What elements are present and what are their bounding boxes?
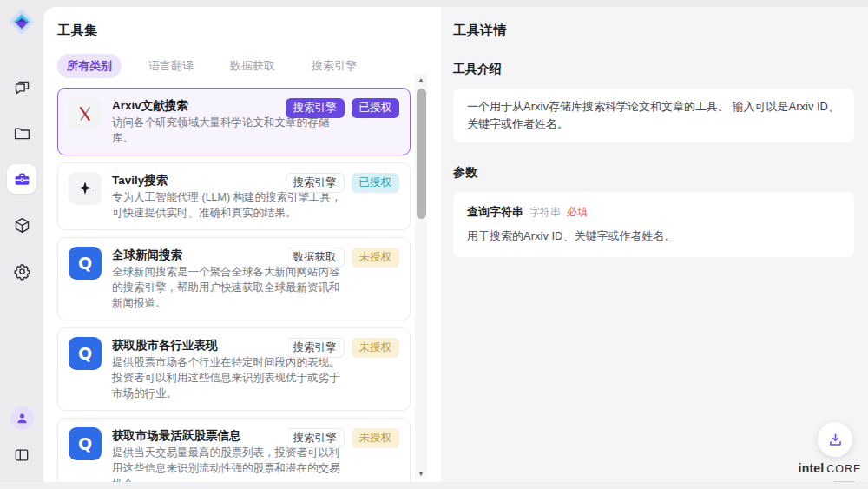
app-window: 工具集 所有类别 语言翻译 数据获取 搜索引擎 A <box>0 0 868 489</box>
list-scrollbar[interactable]: ▲ ▼ <box>415 74 427 479</box>
q-search-icon: Q <box>69 427 102 460</box>
auth-status-badge: 已授权 <box>352 98 400 118</box>
page-title: 工具集 <box>57 23 441 39</box>
scrollbar-up-arrow-icon[interactable]: ▲ <box>415 74 427 84</box>
person-icon <box>16 412 29 425</box>
chat-icon <box>13 78 31 96</box>
scrollbar-thumb[interactable] <box>417 89 426 219</box>
sidebar-item-tools[interactable] <box>7 164 36 194</box>
tool-card-list: Arxiv文献搜索 访问各个研究领域大量科学论文和文章的存储库。 搜索引擎 已授… <box>57 88 411 482</box>
collapse-panel-button[interactable] <box>7 440 36 470</box>
category-badge: 搜索引擎 <box>286 338 345 358</box>
tool-card-stock-sectors[interactable]: Q 获取股市各行业表现 提供股票市场各个行业在特定时间段内的表现。投资者可以利用… <box>57 327 411 411</box>
tool-description: 全球新闻搜索是一个聚合全球各大新闻网站内容的搜索引擎，帮助用户快速获取全球最新资… <box>112 264 348 311</box>
tool-description: 提供股票市场各个行业在特定时间段内的表现。投资者可以利用这些信息来识别表现优于或… <box>112 354 348 401</box>
app-logo-icon[interactable] <box>8 8 36 36</box>
param-type: 字符串 <box>529 203 561 221</box>
tab-language-translation[interactable]: 语言翻译 <box>139 54 203 78</box>
download-icon <box>827 432 844 448</box>
rail-bottom <box>7 406 36 470</box>
tool-detail-panel: 工具详情 工具介绍 一个用于从Arxiv存储库搜索科学论文和文章的工具。 输入可… <box>441 7 868 482</box>
tool-description: 提供当天交易量最高的股票列表，投资者可以利用这些信息来识别流动性强的股票和潜在的… <box>112 445 348 482</box>
auth-status-badge: 已授权 <box>352 173 400 193</box>
category-badge: 数据获取 <box>286 248 345 268</box>
params-heading: 参数 <box>453 165 854 181</box>
tab-all-categories[interactable]: 所有类别 <box>57 54 122 78</box>
auth-status-badge: 未授权 <box>352 338 400 358</box>
user-avatar[interactable] <box>10 406 34 430</box>
intro-text-box: 一个用于从Arxiv存储库搜索科学论文和文章的工具。 输入可以是Arxiv ID… <box>453 89 854 142</box>
param-description: 用于搜索的Arxiv ID、关键字或作者姓名。 <box>467 228 840 244</box>
q-search-icon: Q <box>69 337 102 370</box>
parameter-box: 查询字符串 字符串 必填 用于搜索的Arxiv ID、关键字或作者姓名。 <box>453 192 854 257</box>
window-bottom-strip <box>0 482 868 489</box>
category-tabs: 所有类别 语言翻译 数据获取 搜索引擎 <box>57 54 441 78</box>
sidebar-item-settings[interactable] <box>7 256 36 286</box>
tool-card-active-stocks[interactable]: Q 获取市场最活跃股票信息 提供当天交易量最高的股票列表，投资者可以利用这些信息… <box>57 418 411 482</box>
icon-rail <box>0 0 43 482</box>
arxiv-icon <box>69 97 102 130</box>
tool-description: 专为人工智能代理 (LLM) 构建的搜索引擎工具，可快速提供实时、准确和真实的结… <box>112 189 348 221</box>
param-required-badge: 必填 <box>567 203 588 221</box>
tool-card-arxiv[interactable]: Arxiv文献搜索 访问各个研究领域大量科学论文和文章的存储库。 搜索引擎 已授… <box>57 88 411 155</box>
folder-icon <box>13 124 31 142</box>
auth-status-badge: 未授权 <box>352 248 400 268</box>
sidebar-item-packages[interactable] <box>7 210 36 240</box>
tool-list-panel: 工具集 所有类别 语言翻译 数据获取 搜索引擎 A <box>43 7 441 482</box>
scrollbar-down-arrow-icon[interactable]: ▼ <box>415 468 427 479</box>
gear-icon <box>13 262 31 281</box>
tool-card-global-news[interactable]: Q 全球新闻搜索 全球新闻搜索是一个聚合全球各大新闻网站内容的搜索引擎，帮助用户… <box>57 237 411 320</box>
category-badge: 搜索引擎 <box>286 98 345 118</box>
detail-title: 工具详情 <box>453 23 854 39</box>
sidebar-item-chat[interactable] <box>7 72 36 102</box>
auth-status-badge: 未授权 <box>352 428 400 448</box>
param-name: 查询字符串 <box>467 203 523 221</box>
tool-description: 访问各个研究领域大量科学论文和文章的存储库。 <box>112 115 348 146</box>
q-search-icon: Q <box>69 247 102 280</box>
intro-heading: 工具介绍 <box>453 62 854 77</box>
tab-data-fetching[interactable]: 数据获取 <box>220 54 285 78</box>
category-badge: 搜索引擎 <box>286 428 345 448</box>
tool-card-tavily[interactable]: Tavily搜索 专为人工智能代理 (LLM) 构建的搜索引擎工具，可快速提供实… <box>57 162 411 230</box>
package-icon <box>13 216 31 235</box>
toolbox-icon <box>13 170 31 188</box>
category-badge: 搜索引擎 <box>286 173 345 193</box>
tab-search-engine[interactable]: 搜索引擎 <box>302 54 366 78</box>
sparkle-icon <box>69 172 102 205</box>
rail-nav <box>7 72 36 286</box>
layout-sidebar-icon <box>13 446 30 464</box>
brand-intel-text: intel <box>799 461 825 475</box>
brand-core-text: core <box>826 463 861 475</box>
sidebar-item-files[interactable] <box>7 118 36 148</box>
download-button[interactable] <box>818 422 852 457</box>
